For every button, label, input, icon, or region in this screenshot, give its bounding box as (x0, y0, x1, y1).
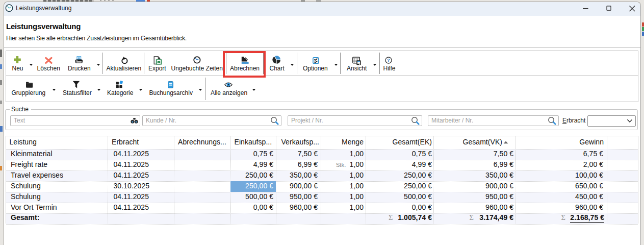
svg-text:?: ? (387, 57, 390, 63)
